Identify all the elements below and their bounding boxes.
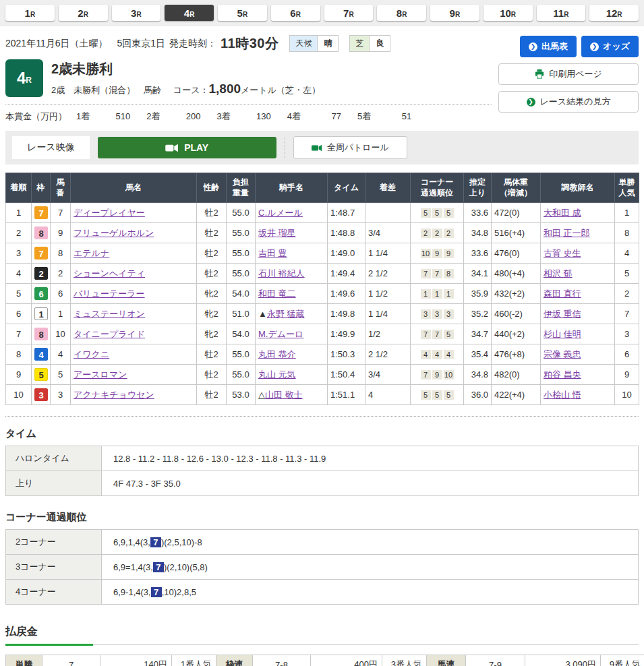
results-header-row: 着順枠馬 番馬名性齢負担 重量騎手名タイム着差コーナー 通過順位推定 上り馬体重… xyxy=(6,173,639,203)
trainer-link[interactable]: 小桧山 悟 xyxy=(544,390,581,400)
time-row-label: 上り xyxy=(6,471,102,496)
trainer-link[interactable]: 伊坂 重信 xyxy=(544,309,581,319)
entry-table-button[interactable]: ❯ 出馬表 xyxy=(520,36,577,57)
prize-row: 本賞金（万円） 1着5102着2003着1304着775着51 xyxy=(5,104,492,124)
jockey-link[interactable]: 坂井 瑠星 xyxy=(258,228,296,238)
corner-order-text: )(2,10)(5,8) xyxy=(164,562,208,572)
jockey-link[interactable]: 和田 竜二 xyxy=(258,289,296,299)
race-title-block: 4 R 2歳未勝利 2歳 未勝利（混合） 馬齢 コース：1,800メートル（芝・… xyxy=(5,59,492,104)
waku-cell: 8 xyxy=(32,223,51,243)
jockey-link[interactable]: 石川 裕紀人 xyxy=(258,268,305,278)
play-button[interactable]: PLAY xyxy=(98,137,276,158)
patrol-video-button[interactable]: 全周パトロール xyxy=(293,136,407,159)
weight-cell: 55.0 xyxy=(227,365,256,385)
horse-link[interactable]: ミュステーリオン xyxy=(74,309,145,319)
horse-link[interactable]: タイニープライド xyxy=(74,329,145,339)
trainer-link[interactable]: 杉山 佳明 xyxy=(544,329,581,339)
jockey-link[interactable]: 丸田 恭介 xyxy=(258,349,296,359)
results-column-header: 枠 xyxy=(32,173,51,203)
result-guide-button[interactable]: ❯ レース結果の見方 xyxy=(498,91,639,113)
waku-number: 1 xyxy=(34,307,48,320)
table-row: 289フリューゲルホルン牡255.0坂井 瑠星1:48.83/422234.85… xyxy=(6,223,639,243)
race-tab-suffix: R xyxy=(455,11,460,18)
time-cell: 1:51.1 xyxy=(328,385,365,405)
time-row-value: 4F 47.3 - 3F 35.0 xyxy=(102,471,639,496)
jockey-link[interactable]: M.デムーロ xyxy=(258,329,303,339)
payout-section-title: 払戻金 xyxy=(5,625,639,645)
margin-cell: 2 1/2 xyxy=(365,264,411,284)
race-tab-6r[interactable]: 6R xyxy=(271,5,320,21)
last3f-cell: 35.2 xyxy=(464,304,492,324)
horse-link[interactable]: エテルナ xyxy=(74,248,109,258)
weight-cell: 51.0 xyxy=(227,304,256,324)
race-tab-11r[interactable]: 11R xyxy=(537,5,586,21)
jockey-link[interactable]: 永野 猛蔵 xyxy=(267,309,305,319)
weight-cell: 55.0 xyxy=(227,223,256,243)
rank-cell: 2 xyxy=(6,223,32,243)
horse-link[interactable]: アクナキチョウセン xyxy=(74,390,154,400)
race-tab-8r[interactable]: 8R xyxy=(377,5,426,21)
results-column-header: 馬体重 （増減） xyxy=(492,173,541,203)
horse-link[interactable]: ショーンヘイティ xyxy=(74,268,145,278)
last3f-cell: 35.9 xyxy=(464,284,492,304)
race-tab-12r[interactable]: 12R xyxy=(589,5,639,21)
corner-position: 4 xyxy=(432,350,442,359)
race-tab-7r[interactable]: 7R xyxy=(324,5,374,21)
trainer-link[interactable]: 和田 正一郎 xyxy=(544,228,590,238)
jockey-link[interactable]: 丸山 元気 xyxy=(258,369,296,380)
highlighted-horse-number: 7 xyxy=(153,562,164,572)
corner-row-label: 3コーナー xyxy=(6,555,102,580)
jockey-link[interactable]: 山田 敬士 xyxy=(265,390,303,400)
corner-row-value: 6,9-1,4(3,7,10)2,8,5 xyxy=(102,580,639,605)
table-row: 844イワクニ牡255.0丸田 恭介1:50.32 1/244435.4476(… xyxy=(6,344,639,365)
race-tab-10r[interactable]: 10R xyxy=(484,5,533,21)
jockey-link[interactable]: 吉田 豊 xyxy=(258,248,287,258)
sex-age-cell: 牡2 xyxy=(197,264,227,284)
horse-weight-cell: 482(0) xyxy=(492,365,541,385)
results-column-header: 性齢 xyxy=(197,173,227,203)
race-header-left: 2021年11月6日（土曜） 5回東京1日 発走時刻： 11時30分 天候 晴 … xyxy=(5,34,492,124)
trainer-link[interactable]: 大和田 成 xyxy=(544,208,581,218)
apprentice-mark: △ xyxy=(258,390,265,400)
horse-link[interactable]: フリューゲルホルン xyxy=(74,228,154,238)
prize-item: 5着51 xyxy=(357,111,423,123)
trainer-link[interactable]: 相沢 郁 xyxy=(544,268,573,278)
horse-link[interactable]: バリューテーラー xyxy=(74,289,145,299)
horse-link[interactable]: ディープレイヤー xyxy=(74,208,145,218)
waku-cell: 2 xyxy=(32,264,51,284)
corner-table: 2コーナー6,9,1,4(3,7)(2,5,10)-83コーナー6,9=1,4(… xyxy=(5,529,639,605)
race-tab-9r[interactable]: 9R xyxy=(430,5,479,21)
rank-cell: 4 xyxy=(6,264,32,284)
print-page-button[interactable]: 印刷用ページ xyxy=(498,63,639,85)
race-tab-2r[interactable]: 2R xyxy=(59,5,108,21)
race-tab-1r[interactable]: 1R xyxy=(5,5,55,21)
horse-link[interactable]: アースロマン xyxy=(74,369,127,380)
race-tab-suffix: R xyxy=(402,11,407,18)
jockey-link[interactable]: C.ルメール xyxy=(258,208,303,218)
arrow-circle-icon: ❯ xyxy=(529,42,537,51)
prize-label: 本賞金（万円） xyxy=(5,111,67,123)
trainer-cell: 森田 直行 xyxy=(541,284,615,304)
race-tab-3r[interactable]: 3R xyxy=(112,5,161,21)
video-camera-icon xyxy=(312,144,322,152)
horse-number-cell: 8 xyxy=(51,243,71,264)
trainer-link[interactable]: 森田 直行 xyxy=(544,289,581,299)
jockey-cell: 石川 裕紀人 xyxy=(256,264,328,284)
trainer-link[interactable]: 宗像 義忠 xyxy=(544,349,581,359)
corner-position: 2 xyxy=(444,229,454,238)
patrol-label: 全周パトロール xyxy=(327,142,389,154)
trainer-link[interactable]: 粕谷 昌央 xyxy=(544,369,581,380)
result-guide-label: レース結果の見方 xyxy=(540,96,611,108)
race-tab-number: 12 xyxy=(606,7,618,19)
corner-position: 2 xyxy=(421,229,431,238)
corner-position: 2 xyxy=(432,229,442,238)
last3f-cell: 33.6 xyxy=(464,203,492,223)
results-column-header: 着差 xyxy=(365,173,411,203)
trainer-cell: 相沢 郁 xyxy=(541,264,615,284)
race-tab-5r[interactable]: 5R xyxy=(218,5,267,21)
odds-button[interactable]: ❯ オッズ xyxy=(581,36,639,57)
horse-link[interactable]: イワクニ xyxy=(74,349,109,359)
popularity-cell: 2 xyxy=(615,284,639,304)
race-tab-4r[interactable]: 4R xyxy=(165,5,214,21)
trainer-link[interactable]: 古賀 史生 xyxy=(544,248,581,258)
